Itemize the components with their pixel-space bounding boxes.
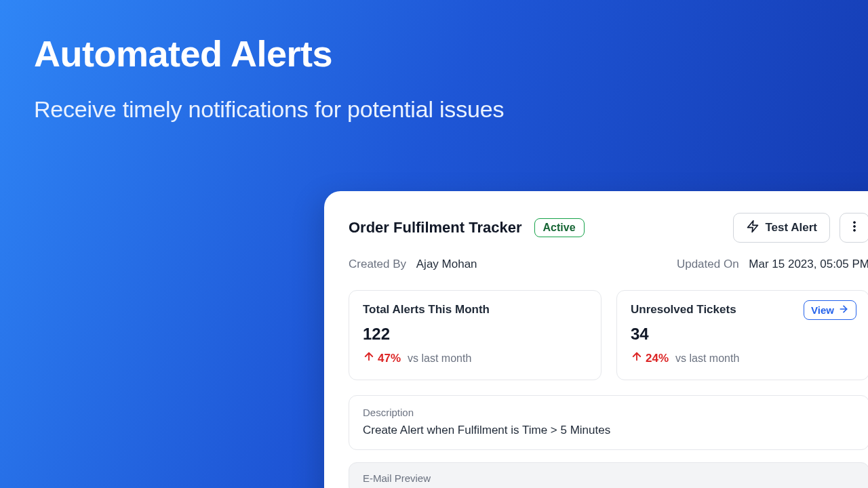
stat-card-unresolved-tickets: View Unresolved Tickets 34 24% vs last m… (616, 290, 868, 380)
alert-detail-panel: Order Fulfilment Tracker Active Test Ale… (324, 191, 868, 488)
created-by: Created By Ajay Mohan (349, 258, 477, 271)
stat-delta-note: vs last month (675, 352, 739, 365)
stat-card-total-alerts: Total Alerts This Month 122 47% vs last … (349, 290, 601, 380)
stat-title: Total Alerts This Month (363, 303, 587, 317)
stat-delta-note: vs last month (408, 352, 471, 365)
description-card: Description Create Alert when Fulfilment… (349, 395, 868, 450)
arrow-up-icon (363, 350, 375, 366)
view-label: View (811, 304, 834, 316)
updated-on-value: Mar 15 2023, 05:05 PM (749, 258, 868, 270)
svg-point-1 (854, 221, 856, 223)
description-text: Create Alert when Fulfilment is Time > 5… (363, 424, 855, 437)
svg-point-2 (854, 225, 856, 227)
more-menu-button[interactable] (840, 213, 868, 243)
stat-value: 34 (631, 325, 855, 344)
test-alert-label: Test Alert (765, 221, 817, 235)
svg-point-3 (854, 229, 856, 231)
created-by-value: Ajay Mohan (416, 258, 477, 270)
svg-marker-0 (748, 220, 758, 232)
stat-value: 122 (363, 325, 587, 344)
hero-subtitle: Receive timely notifications for potenti… (34, 96, 504, 123)
hero-title: Automated Alerts (34, 33, 332, 75)
page-background: Automated Alerts Receive timely notifica… (0, 0, 868, 488)
email-preview-card: E-Mail Preview (349, 462, 868, 488)
status-badge: Active (534, 218, 585, 237)
description-label: Description (363, 407, 855, 418)
bolt-icon (746, 220, 760, 237)
stat-delta: 24% (631, 350, 669, 366)
email-preview-label: E-Mail Preview (363, 472, 855, 484)
created-by-label: Created By (349, 258, 406, 270)
alert-title: Order Fulfilment Tracker (349, 219, 522, 237)
view-button[interactable]: View (804, 300, 856, 320)
arrow-up-icon (631, 350, 643, 366)
more-vertical-icon (848, 220, 861, 237)
arrow-right-icon (838, 304, 849, 317)
stat-delta: 47% (363, 350, 401, 366)
updated-on: Updated On Mar 15 2023, 05:05 PM (677, 258, 868, 271)
test-alert-button[interactable]: Test Alert (733, 213, 830, 243)
updated-on-label: Updated On (677, 258, 739, 270)
